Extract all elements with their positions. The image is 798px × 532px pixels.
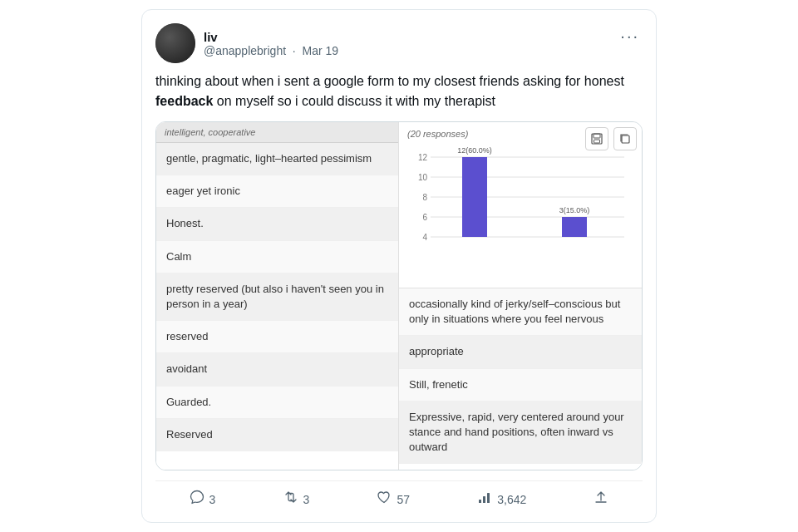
svg-text:10: 10 <box>418 173 428 182</box>
like-action[interactable]: 57 <box>377 490 410 509</box>
share-action[interactable] <box>594 490 608 508</box>
avatar <box>155 23 195 63</box>
tweet-text-part1: thinking about when i sent a google form… <box>155 74 624 88</box>
comment-action[interactable]: 3 <box>190 490 216 509</box>
list-item: Calm <box>156 241 398 273</box>
list-item: Guarded. <box>156 387 398 419</box>
svg-rect-14 <box>462 157 487 237</box>
retweet-action[interactable]: 3 <box>283 490 310 509</box>
form-preview: intelligent, cooperative gentle, pragmat… <box>155 121 643 470</box>
views-action[interactable]: 3,642 <box>477 490 526 509</box>
comment-icon <box>190 490 204 509</box>
right-rows: occasionally kind of jerky/self–consciou… <box>399 288 642 464</box>
form-left-header: intelligent, cooperative <box>156 122 398 143</box>
comment-count: 3 <box>209 493 216 506</box>
list-item: reserved <box>156 321 398 353</box>
list-item: appropriate <box>399 336 642 368</box>
form-left-column: intelligent, cooperative gentle, pragmat… <box>156 122 399 470</box>
tweet-card: liv @anapplebright · Mar 19 ··· thinking… <box>141 9 657 523</box>
svg-text:8: 8 <box>422 193 427 202</box>
chart-svg: 12 10 8 6 4 12(60.0%) <box>407 142 633 271</box>
views-icon <box>477 490 492 509</box>
like-count: 57 <box>397 493 410 506</box>
tweet-header-left: liv @anapplebright · Mar 19 <box>155 23 338 63</box>
svg-rect-20 <box>487 493 490 503</box>
svg-text:12(60.0%): 12(60.0%) <box>457 146 492 155</box>
more-options-button[interactable]: ··· <box>617 23 643 49</box>
list-item: pretty reserved (but also i haven't seen… <box>156 273 398 321</box>
user-handle-date: @anapplebright · Mar 19 <box>204 44 338 57</box>
list-item: Expressive, rapid, very centered around … <box>399 401 642 465</box>
svg-text:12: 12 <box>418 153 428 162</box>
svg-rect-16 <box>562 217 587 237</box>
list-item: eager yet ironic <box>156 175 398 208</box>
svg-text:4: 4 <box>422 233 427 242</box>
views-count: 3,642 <box>497 493 526 506</box>
svg-rect-18 <box>479 500 481 503</box>
heart-icon <box>377 490 392 509</box>
share-icon <box>594 490 608 508</box>
list-item: Reserved <box>156 419 398 451</box>
svg-text:6: 6 <box>422 213 427 222</box>
tweet-header: liv @anapplebright · Mar 19 ··· <box>155 23 643 63</box>
svg-text:3(15.0%): 3(15.0%) <box>559 206 590 214</box>
list-item: Honest. <box>156 208 398 240</box>
tweet-footer: 3 3 57 <box>155 480 643 509</box>
svg-rect-19 <box>483 496 485 503</box>
bar-chart: 12 10 8 6 4 12(60.0%) <box>407 142 633 275</box>
tweet-text: thinking about when i sent a google form… <box>155 71 643 111</box>
list-item: avoidant <box>156 353 398 386</box>
user-info: liv @anapplebright · Mar 19 <box>204 30 338 57</box>
chart-area: (20 responses) <box>399 122 642 288</box>
form-right-column: (20 responses) <box>399 122 642 470</box>
user-name: liv <box>204 30 338 44</box>
tweet-text-part2: on myself so i could discuss it with my … <box>213 94 495 108</box>
svg-rect-1 <box>594 134 600 138</box>
tweet-text-bold: feedback <box>155 94 213 108</box>
list-item: Still, frenetic <box>399 369 642 401</box>
retweet-icon <box>283 490 298 509</box>
list-item: occasionally kind of jerky/self–consciou… <box>399 288 642 336</box>
retweet-count: 3 <box>303 493 310 506</box>
list-item: gentle, pragmatic, light–hearted pessimi… <box>156 143 398 175</box>
